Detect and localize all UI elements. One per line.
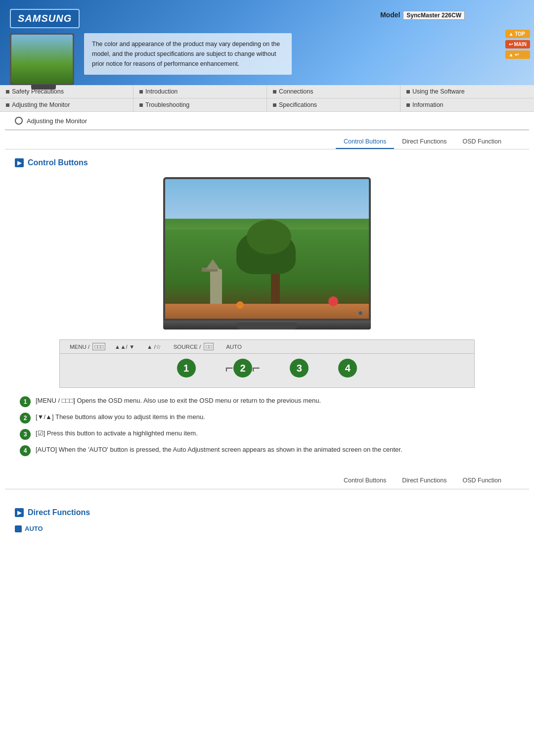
nav-bullet bbox=[273, 90, 276, 94]
monitor-foot bbox=[237, 323, 297, 330]
bottom-tab-direct-functions[interactable]: Direct Functions bbox=[394, 474, 454, 487]
desc-num-2: 2 bbox=[20, 413, 31, 424]
garden-scene bbox=[165, 179, 369, 319]
section2-icon: ▶ bbox=[15, 508, 24, 517]
nav-bullet bbox=[406, 103, 410, 107]
nav-using-software[interactable]: Using the Software bbox=[400, 85, 534, 98]
desc-num-3: 3 bbox=[20, 429, 31, 440]
nav-connections[interactable]: Connections bbox=[267, 85, 400, 98]
garden-sky bbox=[165, 179, 369, 219]
nav-information[interactable]: Information bbox=[400, 98, 534, 111]
side-buttons: ▲ TOP ↩ MAIN ▲ ↩ bbox=[505, 30, 530, 59]
top-button[interactable]: ▲ TOP bbox=[505, 30, 530, 38]
nav-bullet bbox=[273, 103, 276, 107]
section2-heading: ▶ Direct Functions bbox=[0, 499, 534, 522]
nav-bullet bbox=[6, 103, 9, 107]
nav-troubleshooting[interactable]: Troubleshooting bbox=[134, 98, 267, 111]
section1-heading: ▶ Control Buttons bbox=[0, 149, 534, 172]
page-header: SAMSUNG Model SyncMaster 226CW The color… bbox=[0, 0, 534, 85]
desc-num-1: 1 bbox=[20, 396, 31, 407]
auto-subsection-icon bbox=[15, 525, 22, 532]
breadcrumb-icon bbox=[15, 117, 23, 125]
breadcrumb: Adjusting the Monitor bbox=[5, 112, 529, 130]
monitor-display bbox=[163, 177, 371, 321]
nav-bullet bbox=[139, 103, 143, 107]
control-bar-labels: MENU / □□□ ▲▲/ ▼ ▲ /☆ SOURCE / □□ AUTO bbox=[59, 339, 475, 354]
model-label: Model SyncMaster 226CW bbox=[380, 11, 465, 20]
desc-item-3: 3 [☑] Press this button to activate a hi… bbox=[20, 428, 514, 440]
monitor-display-area bbox=[0, 177, 534, 330]
tab-direct-functions[interactable]: Direct Functions bbox=[394, 135, 454, 149]
monitor-power-dot bbox=[358, 311, 363, 316]
desc-item-4: 4 [AUTO] When the 'AUTO' button is press… bbox=[20, 445, 514, 456]
breadcrumb-text: Adjusting the Monitor bbox=[27, 117, 87, 125]
nav-introduction[interactable]: Introduction bbox=[134, 85, 267, 98]
back-button[interactable]: ▲ ↩ bbox=[505, 50, 530, 59]
desc-item-1: 1 [MENU / □□□] Opens the OSD menu. Also … bbox=[20, 396, 514, 407]
button-3[interactable]: 3 bbox=[290, 359, 309, 378]
auto-subsection: AUTO bbox=[0, 522, 534, 535]
section1-icon: ▶ bbox=[15, 158, 24, 167]
monitor-stand bbox=[163, 321, 371, 330]
nav-safety-precautions[interactable]: Safety Precautions bbox=[0, 85, 134, 98]
button-1[interactable]: 1 bbox=[177, 359, 196, 378]
button-2-circle[interactable]: 2 bbox=[233, 359, 252, 378]
tab-row: Control Buttons Direct Functions OSD Fun… bbox=[5, 130, 529, 149]
header-notice: The color and appearance of the product … bbox=[84, 33, 292, 75]
button-4[interactable]: 4 bbox=[338, 359, 357, 378]
tab-control-buttons[interactable]: Control Buttons bbox=[336, 135, 394, 149]
bottom-tab-osd-function[interactable]: OSD Function bbox=[454, 474, 509, 487]
nav-bullet bbox=[406, 90, 410, 94]
nav-specifications[interactable]: Specifications bbox=[267, 98, 400, 111]
description-list: 1 [MENU / □□□] Opens the OSD menu. Also … bbox=[0, 388, 534, 469]
nav-adjusting-monitor[interactable]: Adjusting the Monitor bbox=[0, 98, 134, 111]
tab-osd-function[interactable]: OSD Function bbox=[454, 135, 509, 149]
bottom-tab-control-buttons[interactable]: Control Buttons bbox=[336, 474, 394, 487]
nav-row-1: Safety Precautions Introduction Connecti… bbox=[0, 85, 534, 98]
samsung-logo: SAMSUNG bbox=[10, 9, 80, 28]
nav-bullet bbox=[139, 90, 143, 94]
model-value: SyncMaster 226CW bbox=[403, 11, 465, 20]
nav-row-2: Adjusting the Monitor Troubleshooting Sp… bbox=[0, 98, 534, 112]
desc-item-2: 2 [▼/▲] These buttons allow you to adjus… bbox=[20, 412, 514, 424]
main-button[interactable]: ↩ MAIN bbox=[505, 40, 530, 48]
button-2: ⌐ 2 ⌐ bbox=[225, 359, 261, 378]
numbered-buttons-row: 1 ⌐ 2 ⌐ 3 4 bbox=[59, 354, 475, 388]
desc-num-4: 4 bbox=[20, 445, 31, 456]
bottom-tab-row: Control Buttons Direct Functions OSD Fun… bbox=[5, 469, 529, 489]
monitor-thumbnail bbox=[10, 33, 74, 85]
nav-bullet bbox=[6, 90, 9, 94]
control-buttons-area: MENU / □□□ ▲▲/ ▼ ▲ /☆ SOURCE / □□ AUTO 1… bbox=[30, 339, 504, 388]
